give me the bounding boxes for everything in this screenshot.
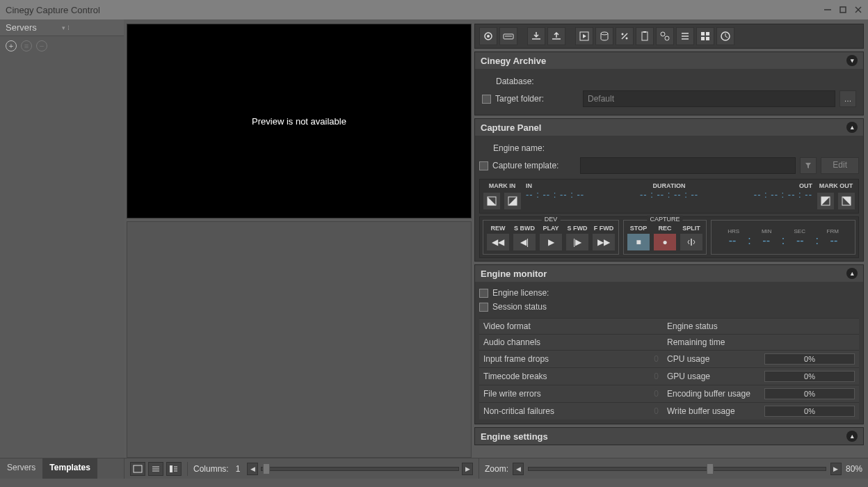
svg-marker-33: [842, 197, 851, 205]
cogs-icon[interactable]: [656, 27, 674, 45]
svg-point-12: [622, 33, 624, 35]
close-button[interactable]: [854, 6, 862, 14]
mark-in-clear-button[interactable]: [504, 192, 522, 210]
zoom-value: 80%: [846, 464, 862, 474]
sidebar-title: Servers: [6, 22, 62, 33]
gear-icon[interactable]: [479, 27, 497, 45]
preview-area: Preview is not available: [127, 24, 472, 218]
progress-bar: 0%: [764, 353, 855, 365]
stop-button[interactable]: ■: [627, 233, 650, 251]
svg-point-13: [626, 38, 628, 40]
table-row: File write errors0Encoding buffer usage0…: [479, 385, 859, 403]
engine-name-label: Engine name:: [493, 143, 545, 153]
remove-server-button[interactable]: −: [36, 40, 47, 51]
zoom-increase[interactable]: ▶: [830, 463, 842, 475]
rewind-button[interactable]: ◀◀: [486, 233, 510, 251]
database-label: Database:: [496, 77, 534, 86]
record-button[interactable]: ●: [653, 233, 677, 251]
collapse-button[interactable]: ▾: [846, 55, 858, 66]
tc-in-value: -- : -- : -- : --: [526, 189, 621, 200]
list-icon[interactable]: [676, 27, 694, 45]
main-toolbar: [474, 24, 864, 49]
capture-template-checkbox[interactable]: [479, 161, 488, 170]
columns-slider[interactable]: [261, 467, 459, 471]
out-label: OUT: [717, 182, 812, 189]
mark-in-button[interactable]: [483, 192, 501, 210]
capture-title: Capture Panel: [481, 122, 846, 133]
target-folder-label: Target folder:: [495, 94, 579, 104]
add-server-button[interactable]: +: [6, 40, 17, 51]
engine-license-checkbox[interactable]: [479, 289, 488, 298]
settings-title: Engine settings: [481, 431, 846, 442]
dev-legend: DEV: [542, 216, 561, 223]
center-lower-area: [127, 221, 472, 458]
maximize-button[interactable]: [839, 6, 847, 14]
progress-bar: 0%: [764, 406, 855, 417]
edit-server-button[interactable]: ≡: [21, 40, 32, 51]
tab-templates[interactable]: Templates: [42, 458, 97, 479]
clipboard-icon[interactable]: [636, 27, 654, 45]
database-icon[interactable]: [595, 27, 613, 45]
svg-rect-39: [170, 465, 172, 472]
view-list-icon[interactable]: [148, 462, 163, 476]
filter-button[interactable]: [800, 157, 817, 174]
footer: Servers Templates Columns: 1 ◀ ▶ Zoom: ◀…: [0, 458, 868, 479]
session-status-checkbox[interactable]: [479, 303, 488, 312]
download-icon[interactable]: [527, 27, 545, 45]
svg-point-17: [665, 36, 669, 40]
session-status-label: Session status: [492, 302, 547, 312]
split-button[interactable]: [680, 233, 703, 251]
svg-point-5: [487, 35, 490, 38]
zoom-label: Zoom:: [485, 464, 508, 474]
columns-increase[interactable]: ▶: [462, 463, 473, 475]
play-button[interactable]: ▶: [539, 233, 563, 251]
svg-rect-21: [701, 32, 705, 35]
collapse-button[interactable]: ▴: [846, 122, 858, 133]
view-single-icon[interactable]: [130, 462, 145, 476]
svg-marker-27: [488, 197, 496, 205]
grid-icon[interactable]: [696, 27, 714, 45]
play-icon[interactable]: [575, 27, 593, 45]
sidebar-header: Servers ▾ ⁞: [0, 19, 124, 36]
view-detail-icon[interactable]: [166, 462, 182, 476]
clock-icon[interactable]: [716, 27, 734, 45]
fast-fwd-button[interactable]: ▶▶: [592, 233, 616, 251]
dev-fieldset: DEV REW◀◀ S BWD◀| PLAY▶ S FWD|▶ F FWD▶▶: [483, 220, 619, 255]
table-row: Input frame drops0CPU usage0%: [479, 351, 859, 368]
svg-rect-24: [706, 37, 709, 40]
target-folder-checkbox[interactable]: [482, 95, 491, 104]
step-back-button[interactable]: ◀|: [513, 233, 536, 251]
mark-out-label: MARK OUT: [819, 182, 853, 189]
mark-out-clear-button[interactable]: [817, 192, 835, 210]
step-fwd-button[interactable]: |▶: [565, 233, 589, 251]
svg-rect-1: [840, 7, 846, 13]
svg-marker-29: [508, 197, 517, 205]
browse-button[interactable]: …: [839, 90, 856, 107]
zoom-slider[interactable]: [528, 467, 826, 471]
capture-template-input[interactable]: [580, 157, 796, 174]
target-folder-input[interactable]: [583, 90, 835, 107]
titlebar: Cinegy Capture Control: [0, 0, 868, 19]
upload-icon[interactable]: [547, 27, 565, 45]
duration-label: DURATION: [621, 182, 716, 189]
mark-out-button[interactable]: [837, 192, 855, 210]
keyboard-icon[interactable]: [499, 27, 517, 45]
minimize-button[interactable]: [823, 6, 832, 14]
archive-panel: Cinegy Archive ▾ Database: Target folder…: [474, 51, 864, 115]
columns-decrease[interactable]: ◀: [247, 463, 258, 475]
sidebar-pin-icon[interactable]: ▾ ⁞: [62, 24, 118, 31]
capture-template-label: Capture template:: [492, 161, 576, 170]
zoom-decrease[interactable]: ◀: [513, 463, 524, 475]
timer-display: HRS MIN SEC FRM --: --: --: --: [711, 220, 855, 255]
collapse-button[interactable]: ▴: [846, 431, 858, 442]
tab-servers[interactable]: Servers: [0, 458, 42, 479]
table-row: Timecode breaks0GPU usage0%: [479, 368, 859, 385]
capture-legend: CAPTURE: [647, 216, 682, 223]
collapse-button[interactable]: ▴: [846, 268, 858, 279]
table-row: Audio channelsRemaining time: [479, 335, 859, 351]
percent-icon[interactable]: [616, 27, 634, 45]
edit-button[interactable]: Edit: [821, 157, 859, 174]
progress-bar: 0%: [764, 371, 855, 382]
table-row: Non-critical failures0Write buffer usage…: [479, 403, 859, 420]
mark-in-label: MARK IN: [489, 182, 516, 189]
